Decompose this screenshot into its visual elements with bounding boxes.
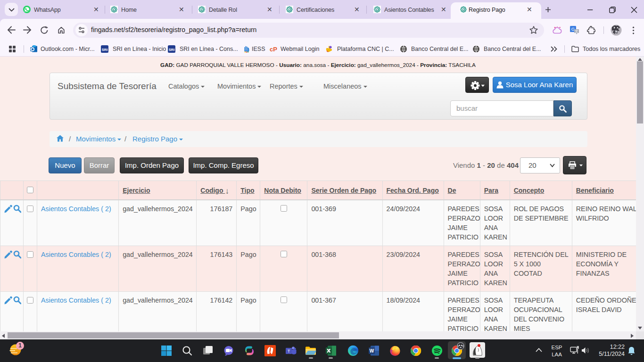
svg-text:X: X — [327, 348, 330, 354]
svg-text:文: 文 — [575, 29, 578, 33]
svg-text:W: W — [370, 348, 374, 354]
svg-text:T: T — [288, 349, 290, 354]
svg-text:cP: cP — [270, 46, 277, 53]
svg-text:SRI: SRI — [169, 48, 175, 52]
svg-text:SRI: SRI — [102, 48, 108, 52]
